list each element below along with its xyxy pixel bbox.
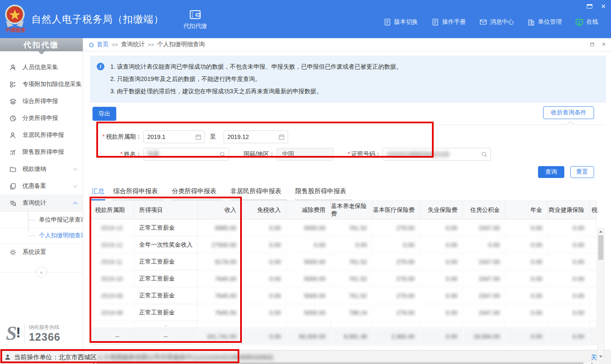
- sidebar-item-优惠备案[interactable]: 优惠备案: [0, 178, 83, 195]
- header-menu-version-switch[interactable]: 版本切换: [384, 18, 418, 26]
- period-to-input[interactable]: 2019.12: [224, 131, 288, 143]
- cell-value: 0.00: [242, 253, 286, 270]
- cell-value: 0.00: [420, 304, 463, 321]
- cell-value: 0.00: [242, 270, 286, 287]
- hotline-label: 纳税服务热线: [29, 324, 61, 331]
- scroll-left-icon[interactable]: [90, 362, 96, 364]
- sidebar-submenu: 单位申报记录查询个人扣缴明细查询: [0, 211, 83, 244]
- tab-综合所得申报表[interactable]: 综合所得申报表: [112, 185, 164, 200]
- tab-分类所得申报表[interactable]: 分类所得申报表: [171, 185, 222, 200]
- breadcrumb-separator: >>: [148, 42, 154, 48]
- cell-value: [590, 253, 597, 270]
- cell-value: 0.00: [505, 287, 548, 304]
- column-header-基本养老保险费: 基本养老保险费: [331, 200, 373, 220]
- doc-icon: [432, 18, 439, 26]
- tab-汇总[interactable]: 汇总: [91, 185, 105, 200]
- cell-value: 761.52: [331, 287, 373, 304]
- sidebar-item-人员信息采集[interactable]: 人员信息采集: [0, 59, 83, 76]
- gear-icon: [9, 249, 17, 256]
- sidebar-subitem-单位申报记录查询[interactable]: 单位申报记录查询: [0, 212, 83, 228]
- name-input[interactable]: 马某: [143, 148, 229, 161]
- panel-controls: ×: [589, 42, 607, 47]
- panel-close-icon[interactable]: ×: [601, 42, 607, 47]
- chevron-down-icon: [73, 183, 78, 188]
- id-number-input[interactable]: 1101021999030422129: [383, 148, 491, 161]
- calendar-icon[interactable]: [278, 134, 285, 140]
- cell-item: 正常工资薪金: [134, 270, 198, 287]
- home-icon: [88, 42, 95, 48]
- cell-empty: [242, 321, 286, 328]
- sidebar-item-限售股所得申报[interactable]: 限售股所得申报: [0, 144, 83, 161]
- cell-value: 761.52: [331, 253, 373, 270]
- sidebar-item-专项附加扣除信息采集[interactable]: 专项附加扣除信息采集: [0, 76, 83, 93]
- cell-item: 正常工资薪金: [134, 287, 198, 304]
- cell-value: 0.00: [420, 236, 463, 253]
- vertical-scrollbar[interactable]: [597, 228, 604, 360]
- sidebar-item-系统设置[interactable]: 系统设置: [0, 244, 83, 261]
- search-icon[interactable]: [219, 151, 226, 158]
- cell-value: 1547.00: [463, 220, 505, 236]
- sidebar-subitem-个人扣缴明细查询[interactable]: 个人扣缴明细查询: [0, 228, 83, 243]
- sidebar-item-查询统计[interactable]: 查询统计: [0, 195, 83, 211]
- header-menu-message-center[interactable]: 消息中心: [479, 18, 514, 26]
- breadcrumb-separator: >>: [112, 42, 118, 48]
- notice-box: i 1. 该查询统计表仅能查询已申报成功的数据，不包含未申报、申报失败，已申报但…: [90, 56, 606, 103]
- tab-限售股所得申报表[interactable]: 限售股所得申报表: [294, 185, 352, 200]
- cell-period: 2019-09: [90, 287, 134, 304]
- sidebar-item-税款缴纳[interactable]: 税款缴纳: [0, 161, 83, 178]
- period-label: *税款所属期：: [90, 133, 142, 141]
- cell-item: --: [134, 328, 198, 345]
- cell-item: 正常工资薪金: [134, 304, 198, 321]
- cell-value: [590, 304, 597, 321]
- cell-value: [590, 236, 597, 253]
- header-nav-daikou[interactable]: 代扣代缴: [183, 8, 207, 30]
- cell-value: 0.00: [548, 253, 590, 270]
- breadcrumb-home[interactable]: 首页: [97, 41, 109, 48]
- calendar-icon[interactable]: [195, 134, 202, 140]
- sidebar-item-非居民所得申报[interactable]: 非居民所得申报: [0, 127, 83, 144]
- cell-empty: [286, 321, 331, 328]
- scroll-right-icon[interactable]: [590, 362, 595, 364]
- person-icon: [9, 64, 17, 71]
- tax-bureau-logo-icon: 中国税务: [3, 3, 26, 35]
- reset-button[interactable]: 重置: [570, 166, 594, 178]
- cell-value: 0.00: [463, 236, 505, 253]
- search-icon[interactable]: [481, 151, 488, 158]
- panel-restore-icon[interactable]: [589, 42, 595, 47]
- horizontal-scrollbar[interactable]: [90, 361, 596, 364]
- sidebar-item-分类所得申报[interactable]: 分类所得申报: [0, 110, 83, 127]
- collapse-query-button[interactable]: 收折查询条件: [543, 106, 594, 119]
- window-restore-icon[interactable]: [586, 3, 593, 9]
- query-button[interactable]: 查询: [538, 166, 564, 178]
- cell-value: 0.00: [420, 328, 463, 345]
- vertical-scroll-thumb[interactable]: [598, 235, 603, 260]
- sidebar-banner: 代扣代缴: [0, 38, 83, 51]
- horizontal-scroll-thumb[interactable]: [96, 362, 583, 364]
- column-header-所得项目: 所得项目: [134, 200, 198, 220]
- table-body: 2019-12正常工资薪金9985.000.005000.00761.52279…: [90, 220, 597, 345]
- cell-empty: [590, 321, 597, 328]
- nationality-value: 中国: [277, 150, 297, 158]
- cell-value: 1547.00: [463, 287, 505, 304]
- cell-period: --: [90, 328, 134, 345]
- window-close-icon[interactable]: ×: [600, 3, 607, 9]
- header-menu-manual[interactable]: 操作手册: [432, 18, 466, 26]
- cell-period: 2019-12: [90, 220, 134, 236]
- sidebar-item-综合所得申报[interactable]: 综合所得申报: [0, 93, 83, 110]
- cell-value: 0.00: [505, 220, 548, 236]
- header-menu-unit-management[interactable]: 单位管理: [527, 18, 562, 26]
- scroll-down-icon[interactable]: [598, 353, 604, 360]
- cell-value: 5000.00: [286, 253, 331, 270]
- table-row-truncated: ..: [90, 321, 597, 328]
- chevron-down-icon: [73, 167, 78, 171]
- window-minimize-icon[interactable]: [572, 3, 579, 9]
- cell-value: 9985.00: [198, 220, 242, 236]
- export-button[interactable]: 导出: [92, 107, 116, 121]
- cell-value: 161,741.00: [198, 328, 242, 345]
- tab-非居民所得申报表[interactable]: 非居民所得申报表: [230, 185, 287, 200]
- user-icon: [4, 354, 11, 361]
- sidebar-collapse-button[interactable]: «: [36, 267, 47, 278]
- scroll-up-icon[interactable]: [598, 228, 604, 235]
- period-from-input[interactable]: 2019.1: [143, 131, 205, 143]
- cell-item: 正常工资薪金: [134, 253, 198, 270]
